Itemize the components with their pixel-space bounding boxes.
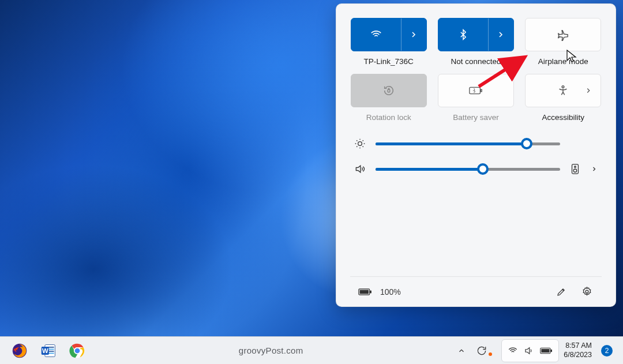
firefox-app[interactable]: [8, 339, 31, 362]
airplane-tile-group: Airplane mode: [525, 18, 602, 66]
svg-point-11: [586, 290, 588, 293]
quick-settings-tiles: TP-Link_736C Not connected Airplane mode: [350, 18, 602, 122]
wifi-expand-button[interactable]: [401, 18, 426, 51]
bluetooth-toggle[interactable]: [438, 18, 488, 51]
svg-rect-0: [388, 89, 390, 92]
audio-expand-button[interactable]: [590, 166, 598, 172]
rotation-lock-tile: [351, 74, 427, 107]
gear-icon: [581, 286, 592, 297]
taskbar-clock[interactable]: 8:57 AM 6/8/2023: [560, 342, 595, 359]
brightness-row: [354, 138, 598, 149]
audio-output-button[interactable]: [569, 163, 581, 175]
accessibility-icon: [557, 84, 569, 97]
battery-saver-icon: [468, 85, 483, 96]
notifications-button[interactable]: 2: [596, 339, 617, 362]
battery-status[interactable]: [355, 282, 376, 302]
brightness-slider[interactable]: [376, 138, 560, 149]
battery-icon: [540, 347, 553, 355]
edit-quick-settings-button[interactable]: [551, 282, 572, 302]
rotation-label: Rotation lock: [366, 113, 411, 122]
battery-saver-tile-group: Battery saver: [437, 74, 514, 122]
wifi-icon: [508, 346, 518, 356]
airplane-icon: [557, 28, 569, 41]
sliders-section: [350, 138, 602, 175]
clock-time: 8:57 AM: [564, 342, 592, 351]
panel-footer: 100%: [350, 276, 602, 306]
accessibility-tile-group: Accessibility: [525, 74, 602, 122]
word-app[interactable]: W: [37, 339, 60, 362]
accessibility-expand[interactable]: [584, 87, 592, 95]
quick-settings-panel: TP-Link_736C Not connected Airplane mode: [336, 3, 616, 307]
chevron-right-icon: [409, 30, 418, 39]
airplane-mode-tile[interactable]: [525, 18, 601, 51]
airplane-label: Airplane mode: [538, 57, 588, 66]
rotation-lock-icon: [382, 84, 395, 97]
windows-update-tray[interactable]: [471, 339, 500, 362]
volume-row: [354, 163, 598, 175]
brightness-icon: [354, 138, 366, 149]
battery-saver-label: Battery saver: [453, 113, 499, 122]
brightness-thumb[interactable]: [521, 138, 532, 149]
tray-overflow-button[interactable]: [453, 339, 470, 362]
volume-icon: [354, 163, 366, 175]
svg-point-4: [358, 142, 362, 146]
notification-badge: 2: [601, 345, 613, 357]
chrome-icon: [69, 343, 85, 359]
svg-point-3: [562, 86, 564, 88]
wifi-icon: [370, 28, 382, 41]
chevron-right-icon: [591, 166, 598, 172]
svg-rect-25: [542, 348, 550, 352]
speaker-device-icon: [571, 163, 580, 175]
taskbar-pinned-apps: W: [0, 339, 89, 362]
firefox-icon: [12, 343, 28, 359]
watermark-text: groovyPost.com: [89, 346, 453, 355]
battery-saver-tile[interactable]: [438, 74, 514, 107]
system-tray: 8:57 AM 6/8/2023 2: [453, 339, 623, 362]
svg-text:W: W: [42, 347, 48, 354]
network-volume-battery-button[interactable]: [501, 339, 559, 362]
bluetooth-tile-group: Not connected: [437, 18, 514, 66]
wifi-tile-group: TP-Link_736C: [350, 18, 427, 66]
word-icon: W: [40, 343, 57, 359]
bluetooth-expand-button[interactable]: [488, 18, 513, 51]
chrome-app[interactable]: [66, 339, 89, 362]
accessibility-label: Accessibility: [542, 113, 585, 122]
volume-thumb[interactable]: [477, 163, 489, 175]
svg-point-7: [573, 169, 576, 172]
rotation-tile-group: Rotation lock: [350, 74, 427, 122]
battery-percent: 100%: [380, 287, 401, 297]
volume-icon: [524, 346, 534, 356]
wifi-tile[interactable]: [351, 18, 427, 51]
chevron-up-icon: [457, 347, 466, 355]
bluetooth-label: Not connected: [451, 57, 501, 66]
chevron-right-icon: [496, 30, 505, 39]
svg-rect-9: [370, 291, 371, 292]
svg-rect-24: [551, 350, 552, 351]
battery-icon: [358, 287, 372, 297]
svg-rect-2: [481, 89, 482, 92]
bluetooth-tile[interactable]: [438, 18, 514, 51]
taskbar: W groovyPost.com 8:57 AM 6/8/2023 2: [0, 336, 623, 364]
wifi-label: TP-Link_736C: [364, 57, 414, 66]
wifi-toggle[interactable]: [351, 18, 401, 51]
bluetooth-icon: [457, 29, 469, 40]
update-icon: [476, 345, 487, 357]
volume-slider[interactable]: [376, 163, 560, 175]
clock-date: 6/8/2023: [564, 351, 592, 360]
accessibility-tile[interactable]: [525, 74, 601, 107]
chevron-right-icon: [584, 87, 592, 95]
svg-point-6: [575, 166, 576, 168]
pencil-icon: [556, 287, 566, 297]
svg-rect-10: [360, 290, 369, 294]
settings-button[interactable]: [576, 282, 597, 302]
